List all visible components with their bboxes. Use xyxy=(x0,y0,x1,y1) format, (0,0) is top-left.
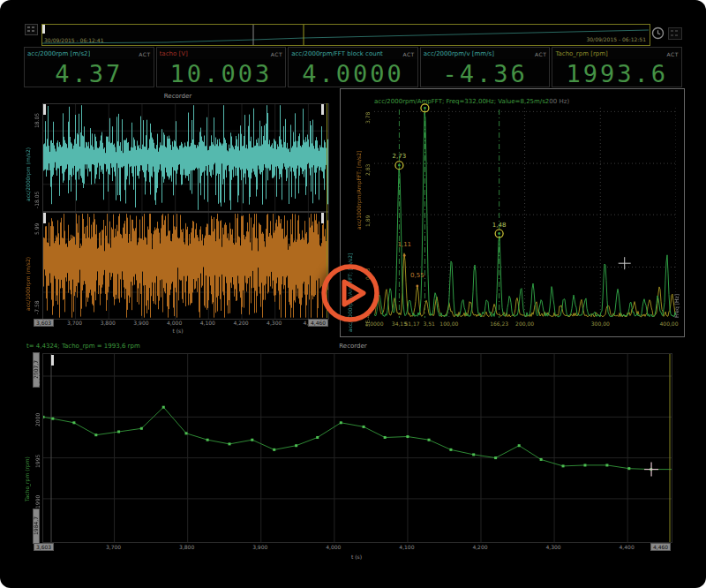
trend-ytick: 2000 xyxy=(35,405,41,426)
recorder-left-xmin-box: 3,603 xyxy=(34,319,54,327)
fft-chart: 2,733,781,481,110,55 xyxy=(374,101,676,318)
trend-plot[interactable] xyxy=(42,353,672,543)
fft-plot[interactable]: 2,733,781,481,110,55 xyxy=(374,101,676,318)
xtick-label: 3,900 xyxy=(133,320,148,326)
timeline-date-start: 30/09/2015 - 06:12:41 xyxy=(44,37,104,43)
display-channel-name: acc/2000rpm [m/s2] xyxy=(27,50,90,57)
fft-xtick: 51,17 xyxy=(404,320,419,327)
tacho-trend-chart xyxy=(43,354,672,542)
channel-label-acc2000: acc/2000rpm (m/s2) xyxy=(26,117,31,201)
trend-ymin-box: 1984,7 xyxy=(33,509,40,544)
svg-text:1,11: 1,11 xyxy=(397,241,411,248)
display-value: 1993.6 xyxy=(552,60,681,87)
display-act-badge: ACT xyxy=(535,51,546,57)
fft-xtick: 300,00 xyxy=(591,320,610,327)
dewesoft-screen: 30/09/2015 - 06:12:41 30/09/2015 - 06:12… xyxy=(0,0,706,588)
trend-xmin-box: 3,603 xyxy=(34,543,54,551)
display-header: acc/2000rpm [m/s2]ACT xyxy=(25,48,154,59)
ytick-acc2000-min: -18.05 xyxy=(34,180,40,208)
fft-xtick: 100,00 xyxy=(439,320,458,327)
display-act-badge: ACT xyxy=(667,51,679,57)
trend-ylabel: Tacho_rpm (rpm) xyxy=(25,396,30,501)
ytick-acc1000-min: -7.58 xyxy=(34,288,40,314)
xtick-label: 3,800 xyxy=(101,320,116,326)
trend-xtick: 3,800 xyxy=(179,544,194,550)
trend-xtick: 4,100 xyxy=(399,544,414,550)
fft-xtick: 200,00 xyxy=(515,320,534,327)
numeric-displays-row: acc/2000rpm [m/s2]ACT4.37tacho [V]ACT10.… xyxy=(24,47,682,87)
strip-a-right-handle[interactable] xyxy=(321,104,324,115)
strip-a-left-handle[interactable] xyxy=(43,104,46,115)
strip-b-right-handle[interactable] xyxy=(321,213,324,223)
display-channel-name: tacho [V] xyxy=(160,50,188,57)
trend-xmax-box: 4,460 xyxy=(650,543,671,551)
display-channel-name: acc/2000rpm/FFT block count xyxy=(291,50,383,57)
timeline-date-end: 30/09/2015 - 06:12:51 xyxy=(561,36,646,42)
xtick-label: 3,700 xyxy=(67,320,82,326)
waveform-strip-acc2000[interactable] xyxy=(42,103,329,212)
grid-icon[interactable] xyxy=(25,24,38,35)
app-window: 30/09/2015 - 06:12:41 30/09/2015 - 06:12… xyxy=(0,0,706,588)
trend-xtick: 4,000 xyxy=(326,544,341,550)
display-panel-3: acc/2000rpm/v [mm/s]ACT-4.36 xyxy=(420,47,551,87)
fft-xtick: 166,23 xyxy=(490,320,508,327)
display-header: acc/2000rpm/FFT block countACT xyxy=(289,48,417,59)
display-value: 10.003 xyxy=(157,60,286,87)
play-overlay[interactable] xyxy=(319,262,381,324)
trend-ytick: 1990 xyxy=(35,487,41,509)
ytick-acc1000-max: 5.99 xyxy=(34,214,40,235)
display-panel-4: Tacho_rpm [rpm]ACT1993.6 xyxy=(552,47,682,87)
trend-ytick: 2005 xyxy=(35,365,41,386)
channel-label-acc1000: acc/1000rpm (m/s2) xyxy=(26,226,31,311)
display-channel-name: acc/2000rpm/v [mm/s] xyxy=(424,50,494,57)
trend-xtick: 3,700 xyxy=(106,544,121,550)
ytick-acc2000-max: 18.05 xyxy=(34,105,40,128)
display-act-badge: ACT xyxy=(271,51,282,57)
fft-ylabel-acc1000: acc/1000rpm/AmpFFT; [m/s2] xyxy=(357,113,362,230)
strip-b-left-handle[interactable] xyxy=(43,213,46,223)
acc2000-waveform-chart xyxy=(43,104,328,211)
display-value: 4.37 xyxy=(25,60,154,87)
timeline-left-handle[interactable] xyxy=(42,25,45,34)
display-panel-0: acc/2000rpm [m/s2]ACT4.37 xyxy=(24,47,154,87)
display-act-badge: ACT xyxy=(139,51,150,57)
svg-text:0,55: 0,55 xyxy=(410,272,424,279)
trend-ytick: 1995 xyxy=(35,447,41,468)
xtick-label: 4,000 xyxy=(167,320,182,326)
recorder-bottom-title: Recorder xyxy=(24,343,682,350)
fft-xtick: 3,51 xyxy=(423,320,434,327)
acc1000-waveform-chart xyxy=(43,213,328,319)
xtick-label: 4,200 xyxy=(233,320,248,326)
xtick-label: 4,100 xyxy=(200,320,215,326)
xtick-label: 4,300 xyxy=(267,320,282,326)
display-header: Tacho_rpm [rpm]ACT xyxy=(552,48,681,59)
display-panel-2: acc/2000rpm/FFT block countACT4.0000 xyxy=(288,47,418,87)
display-header: tacho [V]ACT xyxy=(157,48,286,59)
fft-ytick: 1,89 xyxy=(365,204,371,227)
fft-freq-label: Freq [Hz] xyxy=(674,272,680,318)
fft-ytick: 3,78 xyxy=(365,101,371,124)
display-channel-name: Tacho_rpm [rpm] xyxy=(555,50,607,57)
display-panel-1: tacho [V]ACT10.003 xyxy=(156,47,287,87)
svg-text:2,73: 2,73 xyxy=(393,153,407,160)
waveform-strip-acc1000[interactable] xyxy=(42,212,329,320)
display-value: -4.36 xyxy=(421,60,550,87)
svg-text:1,48: 1,48 xyxy=(492,222,507,229)
clock-icon[interactable] xyxy=(651,26,665,40)
display-header: acc/2000rpm/v [mm/s]ACT xyxy=(421,48,550,59)
fft-xtick: 400,00 xyxy=(660,320,679,327)
calendar-grid-icon[interactable] xyxy=(668,27,682,40)
play-icon xyxy=(319,262,381,324)
recorder-left-title: Recorder xyxy=(24,93,332,100)
svg-text:3,78: 3,78 xyxy=(418,101,432,102)
trend-xtick: 3,900 xyxy=(252,544,267,550)
timeline-strip[interactable] xyxy=(41,24,650,46)
timeline-overview-chart xyxy=(42,25,650,45)
fft-ytick: 2,83 xyxy=(365,153,371,176)
display-value: 4.0000 xyxy=(289,60,417,87)
recorder-left-xlabel: t (s) xyxy=(24,328,332,334)
trend-xtick: 4,200 xyxy=(472,544,487,550)
display-act-badge: ACT xyxy=(402,51,414,57)
trend-xtick: 4,400 xyxy=(620,544,635,550)
trend-xlabel: t (s) xyxy=(42,554,671,560)
